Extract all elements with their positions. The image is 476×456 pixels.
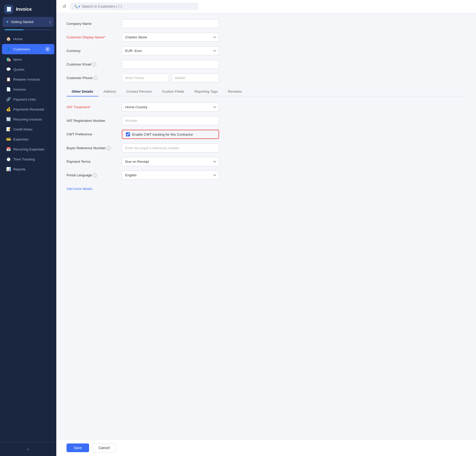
tab-other-details[interactable]: Other Details	[67, 87, 98, 96]
portal-language-label: Portal Language i	[67, 171, 118, 177]
customer-phone-row: Customer Phone i	[67, 73, 466, 82]
progress-bar-bg	[5, 29, 52, 30]
sidebar-item-retainer-invoices[interactable]: 📋 Retainer Invoices	[2, 74, 54, 84]
cwt-preference-row: CWT Preference Enable CWT tracking for t…	[67, 130, 466, 139]
chevron-right-icon: ›	[49, 20, 51, 24]
email-info-icon[interactable]: i	[92, 62, 96, 67]
main-content: ↺ 🔍 ▾ Company Name Customer Display Name…	[56, 0, 476, 456]
reports-icon: 📊	[6, 167, 11, 171]
getting-started-label: Getting Started	[11, 20, 33, 24]
save-button[interactable]: Save	[67, 443, 89, 452]
portal-language-row: Portal Language i English	[67, 171, 466, 180]
sidebar-item-payment-links[interactable]: 🔗 Payment Links	[2, 94, 54, 104]
form-content: Company Name Customer Display Name* Char…	[56, 13, 476, 439]
sidebar-item-reports[interactable]: 📊 Reports	[2, 164, 54, 174]
buyer-reference-row: Buyer Reference Number i	[67, 144, 466, 153]
payment-terms-label: Payment Terms	[67, 157, 118, 164]
sidebar-item-label: Recurring Invoices	[13, 117, 42, 121]
app-logo: 🧾 Invoice	[0, 0, 56, 17]
cwt-preference-label: CWT Preference	[67, 130, 118, 136]
company-name-row: Company Name	[67, 19, 466, 28]
search-input[interactable]	[82, 4, 195, 8]
invoices-icon: 📄	[6, 87, 11, 92]
expenses-icon: 💳	[6, 137, 11, 142]
cancel-button[interactable]: Cancel	[92, 443, 116, 452]
work-phone-input[interactable]	[122, 73, 169, 82]
sidebar: 🧾 Invoice ✦ Getting Started › 🏠 Home 👤 C…	[0, 0, 56, 456]
buyer-reference-input[interactable]	[122, 144, 219, 153]
topbar: ↺ 🔍 ▾	[56, 0, 476, 13]
search-filter-button[interactable]: 🔍 ▾	[74, 5, 80, 8]
customer-email-label: Customer Email i	[67, 60, 118, 67]
sidebar-item-label: Recurring Expenses	[13, 147, 45, 151]
customer-email-input[interactable]	[122, 60, 219, 69]
sidebar-item-payments-received[interactable]: 💰 Payments Received	[2, 104, 54, 114]
sidebar-item-invoices[interactable]: 📄 Invoices	[2, 84, 54, 94]
sidebar-item-quotes[interactable]: 💬 Quotes	[2, 64, 54, 74]
sidebar-item-label: Home	[13, 37, 23, 41]
portal-language-select[interactable]: English	[122, 171, 219, 180]
home-icon: 🏠	[6, 37, 11, 41]
tabs: Other Details Address Contact Persons Cu…	[67, 87, 466, 96]
tab-custom-fields[interactable]: Custom Fields	[157, 87, 189, 96]
tab-contact-persons[interactable]: Contact Persons	[121, 87, 157, 96]
search-bar: 🔍 ▾	[70, 3, 198, 10]
sidebar-nav: 🏠 Home 👤 Customers + 🛍️ Items 💬 Quotes 📋…	[0, 33, 56, 442]
search-icon: 🔍	[74, 5, 78, 8]
retainer-icon: 📋	[6, 77, 11, 82]
phone-info-icon[interactable]: i	[93, 76, 98, 80]
sidebar-item-credit-notes[interactable]: 📝 Credit Notes	[2, 124, 54, 134]
tab-reporting-tags[interactable]: Reporting Tags	[189, 87, 223, 96]
vat-registration-input[interactable]	[122, 116, 219, 125]
cwt-checkbox-container[interactable]: Enable CWT tracking for this Contractor	[122, 130, 219, 139]
sidebar-item-label: Time Tracking	[13, 157, 35, 161]
sidebar-item-recurring-expenses[interactable]: 📅 Recurring Expenses	[2, 144, 54, 154]
company-name-input[interactable]	[122, 19, 219, 28]
payment-terms-row: Payment Terms Due on Receipt	[67, 157, 466, 166]
getting-started-item[interactable]: ✦ Getting Started ›	[3, 17, 54, 27]
buyer-reference-info-icon[interactable]: i	[107, 146, 111, 150]
sidebar-item-customers[interactable]: 👤 Customers +	[2, 44, 54, 54]
payments-received-icon: 💰	[6, 107, 11, 112]
star-icon: ✦	[6, 19, 9, 24]
progress-bar-fill	[5, 29, 24, 30]
customer-phone-label: Customer Phone i	[67, 73, 118, 80]
vat-registration-label: VAT Registration Number	[67, 116, 118, 123]
portal-language-info-icon[interactable]: i	[93, 173, 97, 177]
app-title: Invoice	[16, 7, 32, 12]
sidebar-item-label: Payment Links	[13, 97, 36, 101]
vat-treatment-label: VAT Treatment*	[67, 103, 118, 109]
sidebar-item-label: Credit Notes	[13, 127, 33, 131]
vat-treatment-select[interactable]: Home Country	[122, 103, 219, 112]
add-customer-button[interactable]: +	[45, 47, 50, 52]
add-more-details-link[interactable]: Add more details	[67, 187, 92, 191]
sidebar-item-home[interactable]: 🏠 Home	[2, 34, 54, 44]
sidebar-item-expenses[interactable]: 💳 Expenses	[2, 134, 54, 144]
sidebar-item-label: Reports	[13, 167, 25, 171]
customer-display-name-row: Customer Display Name* Charles Stone	[67, 33, 466, 42]
sidebar-item-label: Quotes	[13, 68, 25, 71]
tab-address[interactable]: Address	[98, 87, 121, 96]
credit-notes-icon: 📝	[6, 127, 11, 132]
payment-terms-select[interactable]: Due on Receipt	[122, 157, 219, 166]
sidebar-item-items[interactable]: 🛍️ Items	[2, 55, 54, 64]
sidebar-item-label: Items	[13, 58, 22, 61]
currency-select[interactable]: EUR- Euro	[122, 46, 219, 55]
customer-display-name-select[interactable]: Charles Stone	[122, 33, 219, 42]
customers-icon: 👤	[6, 47, 11, 51]
currency-row: Currency EUR- Euro	[67, 46, 466, 55]
payment-links-icon: 🔗	[6, 97, 11, 102]
tab-remarks[interactable]: Remarks	[223, 87, 247, 96]
customer-email-row: Customer Email i	[67, 60, 466, 69]
sidebar-collapse-button[interactable]: ‹	[0, 442, 56, 456]
sidebar-item-time-tracking[interactable]: ⏱️ Time Tracking	[2, 154, 54, 164]
recurring-expenses-icon: 📅	[6, 147, 11, 151]
vat-registration-row: VAT Registration Number	[67, 116, 466, 125]
footer: Save Cancel	[56, 439, 476, 456]
company-name-label: Company Name	[67, 19, 118, 26]
refresh-button[interactable]: ↺	[61, 3, 67, 10]
cwt-checkbox[interactable]	[126, 132, 130, 136]
sidebar-item-recurring-invoices[interactable]: 🔄 Recurring Invoices	[2, 114, 54, 124]
mobile-input[interactable]	[172, 73, 219, 82]
cwt-checkbox-label: Enable CWT tracking for this Contractor	[132, 133, 193, 136]
